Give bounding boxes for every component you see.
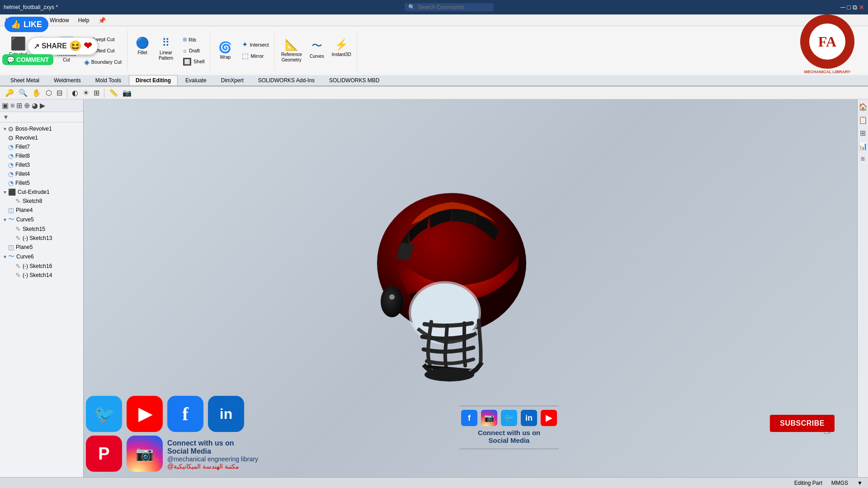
tree-item-sketch13[interactable]: ✎ (-) Sketch13 bbox=[7, 234, 83, 243]
revolved-cut-btn[interactable]: 🔄 RevolvedCut bbox=[54, 34, 79, 67]
ribbon-group-cuts: ⬛ ExtrudedCut 🔩 HoleWizard 🔄 RevolvedCut… bbox=[4, 30, 127, 71]
tree-item-fillet8[interactable]: ◔ Fillet8 bbox=[0, 151, 83, 160]
menu-help[interactable]: Help bbox=[76, 16, 91, 24]
units-dropdown[interactable]: ▼ bbox=[857, 480, 863, 486]
maximize-btn[interactable]: □ bbox=[847, 4, 851, 11]
center-linkedin-icon: in bbox=[521, 410, 537, 426]
restore-btn[interactable]: ⧉ bbox=[853, 4, 857, 11]
feature-tree: ▼ ⊙ Boss-Revolve1 ⊙ Revolve1 ◔ Fillet7 ◔… bbox=[0, 122, 83, 477]
fillet-btn[interactable]: 🔵 Fillet bbox=[131, 35, 154, 67]
secondary-toolbar: 🔑 🔍 ✋ ⬡ ⊟ ◐ ☀ ⊞ 📏 📷 bbox=[0, 87, 868, 99]
search-box: 🔍 bbox=[405, 3, 494, 11]
expand-icon[interactable]: ▶ bbox=[40, 101, 45, 110]
svg-point-5 bbox=[425, 368, 474, 381]
boundary-cut-btn[interactable]: ◈Boundary Cut bbox=[81, 57, 124, 67]
home-icon[interactable]: 🏠 bbox=[857, 101, 868, 113]
appearance-icon[interactable]: ◐ bbox=[71, 88, 80, 98]
tab-solidworks-mbd[interactable]: SOLIDWORKS MBD bbox=[322, 75, 386, 85]
hole-wizard-btn[interactable]: 🔩 HoleWizard bbox=[31, 34, 53, 67]
tree-item-plane4[interactable]: ◫ Plane4 bbox=[0, 206, 83, 215]
zoom-icon[interactable]: 🔍 bbox=[17, 88, 29, 98]
dimension-manager-icon[interactable]: ⊕ bbox=[24, 101, 30, 110]
center-youtube-icon: ▶ bbox=[541, 410, 557, 426]
ribbon-group-reference: 📐 ReferenceGeometry 〜 Curves ⚡ Instant3D bbox=[276, 30, 357, 71]
ribbon-group-features: 🔵 Fillet ⠿ LinearPattern ≡Rib ⬦Draft 🔲Sh… bbox=[128, 30, 210, 71]
tab-sheet-metal[interactable]: Sheet Metal bbox=[4, 75, 46, 85]
section-icon[interactable]: ⊟ bbox=[55, 88, 64, 98]
ribbon-tabs: Sheet Metal Weldments Mold Tools Direct … bbox=[0, 75, 868, 86]
appearance-manager-icon[interactable]: ◕ bbox=[32, 101, 38, 110]
table-icon[interactable]: ⊞ bbox=[859, 127, 867, 139]
text-icon[interactable]: ≡ bbox=[859, 154, 866, 164]
instant3d-btn[interactable]: ⚡ Instant3D bbox=[329, 37, 354, 65]
feature-tree-icon[interactable]: ▣ bbox=[2, 101, 9, 110]
measure-icon[interactable]: 📏 bbox=[108, 88, 119, 98]
curves-btn[interactable]: 〜 Curves bbox=[306, 37, 328, 65]
tree-item-sketch16[interactable]: ✎ (-) Sketch16 bbox=[7, 262, 83, 271]
tree-item-boss-revolve1[interactable]: ▼ ⊙ Boss-Revolve1 bbox=[0, 124, 83, 133]
pan-icon[interactable]: ✋ bbox=[31, 88, 42, 98]
intersect-btn[interactable]: ✦Intersect bbox=[239, 39, 271, 50]
tree-item-fillet7[interactable]: ◔ Fillet7 bbox=[0, 142, 83, 151]
camera-icon[interactable]: 📷 bbox=[121, 88, 133, 98]
center-social-overlay: f 📷 🐦 in ▶ Connect with us onSocial Medi… bbox=[459, 405, 559, 450]
tab-direct-editing[interactable]: Direct Editing bbox=[129, 75, 178, 85]
tree-item-plane5[interactable]: ◫ Plane5 bbox=[0, 243, 83, 252]
minimize-btn[interactable]: ─ bbox=[841, 4, 845, 11]
rotate-icon[interactable]: 🔑 bbox=[4, 88, 15, 98]
mirror-btn[interactable]: ⬚Mirror bbox=[239, 51, 271, 61]
units-display: MMGS bbox=[831, 480, 848, 486]
tree-item-curve6[interactable]: ▼ 〜 Curve6 bbox=[0, 252, 83, 262]
svg-point-4 bbox=[389, 294, 395, 300]
scene-icon[interactable]: ☀ bbox=[81, 88, 90, 98]
sidebar-filter: ▼ bbox=[0, 112, 83, 122]
wrap-btn[interactable]: 🌀 Wrap bbox=[214, 39, 236, 62]
tab-solidworks-addins[interactable]: SOLIDWORKS Add-Ins bbox=[251, 75, 321, 85]
swept-cut-btn[interactable]: ◼Swept Cut bbox=[81, 34, 124, 45]
tab-dimxpert[interactable]: DimXpert bbox=[214, 75, 250, 85]
draft-btn[interactable]: ⬦Draft bbox=[180, 46, 207, 56]
tree-item-fillet5[interactable]: ◔ Fillet5 bbox=[0, 178, 83, 188]
tree-item-fillet4[interactable]: ◔ Fillet4 bbox=[0, 169, 83, 178]
extruded-cut-btn[interactable]: ⬛ ExtrudedCut bbox=[6, 34, 30, 67]
tree-item-sketch8[interactable]: ✎ Sketch8 bbox=[7, 197, 83, 206]
linear-pattern-btn[interactable]: ⠿ LinearPattern bbox=[155, 35, 177, 67]
chart-icon[interactable]: 📊 bbox=[857, 141, 868, 152]
viewport[interactable]: f 📷 🐦 in ▶ Connect with us onSocial Medi… bbox=[84, 99, 857, 477]
tree-item-sketch14[interactable]: ✎ (-) Sketch14 bbox=[7, 271, 83, 280]
search-icon: 🔍 bbox=[408, 4, 415, 10]
sidebar-tabs: ▣ ≡ ⊞ ⊕ ◕ ▶ bbox=[0, 99, 83, 112]
tree-item-sketch15[interactable]: ✎ Sketch15 bbox=[7, 225, 83, 234]
menu-insert[interactable]: Insert bbox=[4, 16, 21, 24]
statusbar: Editing Part MMGS ▼ bbox=[0, 477, 868, 488]
tree-item-revolve1[interactable]: ⊙ Revolve1 bbox=[0, 133, 83, 142]
ribbon: ⬛ ExtrudedCut 🔩 HoleWizard 🔄 RevolvedCut… bbox=[0, 26, 868, 87]
window-controls: ─ □ ⧉ ✕ bbox=[841, 4, 864, 11]
tab-mold-tools[interactable]: Mold Tools bbox=[89, 75, 128, 85]
close-btn[interactable]: ✕ bbox=[859, 4, 864, 11]
center-twitter-icon: 🐦 bbox=[501, 410, 517, 426]
search-input[interactable] bbox=[418, 4, 490, 10]
shell-btn[interactable]: 🔲Shell bbox=[180, 56, 207, 67]
rib-btn[interactable]: ≡Rib bbox=[180, 35, 207, 45]
tree-item-curve5[interactable]: ▼ 〜 Curve5 bbox=[0, 215, 83, 225]
lofted-cut-btn[interactable]: ◻Lofted Cut bbox=[81, 46, 124, 56]
config-manager-icon[interactable]: ⊞ bbox=[16, 101, 22, 110]
filter-icon: ▼ bbox=[3, 113, 9, 121]
reference-geometry-btn[interactable]: 📐 ReferenceGeometry bbox=[278, 37, 305, 65]
property-manager-icon[interactable]: ≡ bbox=[10, 102, 14, 110]
editing-status: Editing Part bbox=[794, 480, 822, 486]
tree-item-fillet3[interactable]: ◔ Fillet3 bbox=[0, 160, 83, 169]
tab-evaluate[interactable]: Evaluate bbox=[179, 75, 213, 85]
layers-icon[interactable]: 📋 bbox=[857, 114, 868, 126]
tab-weldments[interactable]: Weldments bbox=[47, 75, 88, 85]
title-text: helmet_football_zxys * bbox=[4, 4, 58, 10]
helmet-3d-model bbox=[357, 179, 547, 389]
tree-item-cut-extrude1[interactable]: ▼ ⬛ Cut-Extrude1 bbox=[0, 188, 83, 197]
menu-tools[interactable]: Tools bbox=[26, 16, 42, 24]
grid-icon[interactable]: ⊞ bbox=[92, 88, 101, 98]
cursor-arrow: ☞ bbox=[822, 422, 835, 439]
view3d-icon[interactable]: ⬡ bbox=[44, 88, 53, 98]
menu-window[interactable]: Window bbox=[48, 16, 71, 24]
main-area: ▣ ≡ ⊞ ⊕ ◕ ▶ ▼ ▼ ⊙ Boss-Revolve1 ⊙ Revolv… bbox=[0, 99, 868, 477]
